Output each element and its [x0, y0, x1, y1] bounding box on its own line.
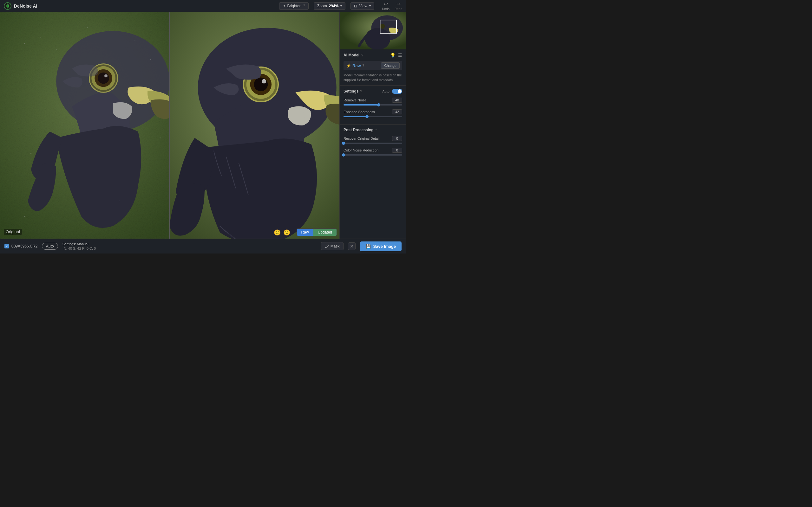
brighten-button[interactable]: ✦ Brighten ?	[279, 2, 309, 10]
ai-model-header: AI Model ? 💡 ☰	[344, 53, 402, 58]
view-button[interactable]: ⊡ View ▾	[351, 2, 374, 10]
svg-point-16	[150, 59, 151, 60]
ai-model-title-row: AI Model ?	[344, 53, 363, 57]
svg-point-11	[40, 37, 41, 38]
recover-detail-label: Recover Original Detail	[344, 136, 379, 140]
app-logo-icon	[4, 2, 11, 10]
svg-point-12	[56, 49, 57, 50]
thumbnail-image	[340, 12, 406, 49]
redo-button[interactable]: ↪ Redo	[395, 1, 402, 11]
model-name: ⚡ Raw ?	[346, 63, 364, 68]
file-select-checkbox[interactable]: ✓	[4, 244, 9, 248]
original-image	[0, 12, 169, 239]
image-area: Original	[0, 12, 339, 239]
file-checkbox: ✓ 009A3966.CR2	[4, 244, 38, 248]
svg-point-7	[98, 72, 109, 84]
remove-noise-label: Remove Noise	[344, 98, 366, 102]
happy-face-icon[interactable]: 🙂	[274, 229, 281, 236]
main-area: Original	[0, 12, 406, 239]
settings-header: Settings ? Auto	[344, 89, 402, 94]
filename: 009A3966.CR2	[11, 244, 38, 248]
close-button[interactable]: ✕	[348, 242, 356, 250]
lightning-icon: ⚡	[346, 63, 351, 68]
svg-point-8	[104, 74, 107, 78]
settings-help-icon[interactable]: ?	[360, 89, 362, 93]
bottombar: ✓ 009A3966.CR2 Auto Settings: Manual N: …	[0, 239, 406, 253]
svg-point-22	[24, 216, 25, 217]
settings-section: Settings ? Auto Remove Noise 40	[340, 86, 406, 124]
raw-tab[interactable]: Raw	[297, 229, 313, 236]
ai-model-section: AI Model ? 💡 ☰ ⚡ Raw ? Change Model reco…	[340, 49, 406, 86]
svg-point-15	[135, 40, 135, 41]
star-icon: ✦	[283, 4, 286, 8]
color-noise-slider[interactable]	[344, 154, 402, 156]
post-processing-help-icon[interactable]: ?	[375, 128, 377, 132]
mask-icon: 🖊	[325, 244, 329, 248]
post-processing-header: Post-Processing ?	[344, 128, 402, 132]
bulb-icon[interactable]: 💡	[390, 53, 396, 58]
save-image-button[interactable]: 💾 Save Image	[360, 241, 402, 251]
enhance-sharpness-row: Enhance Sharpness 42	[344, 109, 402, 117]
topbar-right: ↩ Undo ↪ Redo	[382, 1, 402, 11]
enhance-sharpness-label: Enhance Sharpness	[344, 110, 375, 114]
zoom-control[interactable]: Zoom 294% ▾	[314, 2, 345, 10]
svg-point-10	[24, 43, 25, 44]
svg-point-36	[365, 28, 391, 49]
chevron-down-icon: ▾	[340, 4, 342, 8]
topbar-center: ✦ Brighten ? Zoom 294% ▾ ⊡ View ▾	[279, 2, 374, 10]
svg-point-19	[9, 185, 9, 185]
auto-button[interactable]: Auto	[42, 243, 58, 250]
enhance-sharpness-slider[interactable]	[344, 116, 402, 117]
processed-image	[170, 12, 339, 239]
settings-right: Auto	[382, 89, 402, 94]
recover-detail-slider[interactable]	[344, 143, 402, 144]
redo-icon: ↪	[397, 1, 401, 7]
original-label: Original	[4, 229, 22, 235]
svg-point-17	[15, 122, 15, 123]
list-icon[interactable]: ☰	[398, 53, 402, 58]
compare-tabs: Raw Updated	[297, 228, 337, 236]
svg-point-14	[87, 27, 88, 28]
processed-pane: 🙂 🙁 Raw Updated	[170, 12, 339, 239]
svg-point-23	[72, 232, 72, 233]
svg-point-35	[380, 24, 385, 29]
svg-point-20	[159, 137, 160, 138]
topbar: DeNoise AI ✦ Brighten ? Zoom 294% ▾ ⊡ Vi…	[0, 0, 406, 12]
remove-noise-slider[interactable]	[344, 104, 402, 106]
view-icon: ⊡	[354, 4, 357, 8]
split-view: Original	[0, 12, 339, 239]
undo-icon: ↩	[384, 1, 388, 7]
post-processing-title: Post-Processing	[344, 128, 374, 132]
sad-face-icon[interactable]: 🙁	[283, 229, 290, 236]
mask-button[interactable]: 🖊 Mask	[321, 242, 344, 250]
settings-info-block: Settings: Manual N: 40 S: 42 R: 0 C: 0	[62, 242, 96, 250]
color-noise-row: Color Noise Reduction 0	[344, 148, 402, 156]
settings-label: Settings: Manual	[62, 242, 89, 246]
svg-point-29	[254, 78, 268, 92]
settings-title: Settings	[344, 89, 358, 94]
help-circle-icon: ?	[303, 4, 305, 8]
color-noise-label: Color Noise Reduction	[344, 148, 378, 152]
change-model-button[interactable]: Change	[381, 62, 400, 69]
updated-tab[interactable]: Updated	[313, 229, 337, 236]
ai-model-help-icon[interactable]: ?	[361, 53, 363, 57]
recover-detail-value[interactable]: 0	[392, 136, 402, 141]
remove-noise-row: Remove Noise 40	[344, 98, 402, 106]
undo-button[interactable]: ↩ Undo	[382, 1, 390, 11]
ai-model-title: AI Model	[344, 53, 359, 57]
model-help-icon[interactable]: ?	[362, 64, 364, 67]
enhance-sharpness-value[interactable]: 42	[392, 109, 402, 114]
save-icon: 💾	[366, 244, 371, 249]
auto-toggle[interactable]	[392, 89, 402, 94]
logo-area: DeNoise AI	[4, 2, 37, 10]
svg-point-30	[262, 79, 266, 83]
remove-noise-value[interactable]: 40	[392, 98, 402, 103]
recover-detail-row: Recover Original Detail 0	[344, 136, 402, 144]
settings-info: N: 40 S: 42 R: 0 C: 0	[64, 246, 96, 250]
settings-title-row: Settings ?	[344, 89, 362, 94]
svg-point-18	[31, 153, 32, 154]
right-panel: AI Model ? 💡 ☰ ⚡ Raw ? Change Model reco…	[339, 12, 406, 239]
chevron-down-icon: ▾	[369, 4, 371, 8]
color-noise-value[interactable]: 0	[392, 148, 402, 153]
face-icons: 🙂 🙁	[274, 229, 290, 236]
